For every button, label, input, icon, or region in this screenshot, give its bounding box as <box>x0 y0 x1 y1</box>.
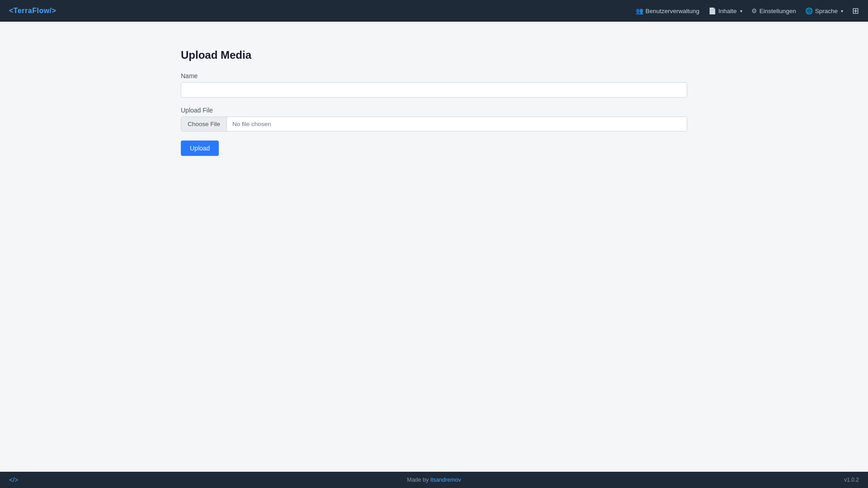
upload-button[interactable]: Upload <box>181 141 219 156</box>
footer-left: </> <box>9 476 18 483</box>
name-input[interactable] <box>181 82 687 98</box>
nav-item-benutzerverwaltung[interactable]: 👥 Benutzerverwaltung <box>636 7 699 14</box>
choose-file-button[interactable]: Choose File <box>181 117 227 131</box>
navbar: <TerraFlow/> 👥 Benutzerverwaltung 📄 Inha… <box>0 0 868 22</box>
page-title: Upload Media <box>181 49 687 61</box>
inhalte-dropdown-arrow: ▾ <box>740 9 742 14</box>
file-icon: 📄 <box>708 7 716 14</box>
upload-file-form-group: Upload File Choose File No file chosen <box>181 107 687 131</box>
name-label: Name <box>181 72 687 80</box>
name-form-group: Name <box>181 72 687 98</box>
nav-label-inhalte: Inhalte <box>718 8 737 14</box>
upload-file-label: Upload File <box>181 107 687 114</box>
nav-label-sprache: Sprache <box>815 8 838 14</box>
users-icon: 👥 <box>636 7 643 14</box>
nav-item-sprache[interactable]: 🌐 Sprache ▾ <box>805 7 843 14</box>
nav-item-inhalte[interactable]: 📄 Inhalte ▾ <box>708 7 742 14</box>
footer: </> Made by itsandremov v1.0.2 <box>0 472 868 488</box>
nav-label-benutzerverwaltung: Benutzerverwaltung <box>646 8 699 14</box>
footer-code-icon: </> <box>9 476 18 483</box>
sprache-dropdown-arrow: ▾ <box>841 9 843 14</box>
file-input-wrapper[interactable]: Choose File No file chosen <box>181 117 687 131</box>
footer-made-by-text: Made by <box>407 477 430 483</box>
brand-logo[interactable]: <TerraFlow/> <box>9 7 56 15</box>
layout-icon: ⊞ <box>852 6 859 16</box>
footer-author-link[interactable]: itsandremov <box>430 477 461 483</box>
nav-label-einstellungen: Einstellungen <box>760 8 796 14</box>
settings-icon: ⚙ <box>751 7 757 14</box>
footer-version: v1.0.2 <box>844 477 859 483</box>
nav-item-einstellungen[interactable]: ⚙ Einstellungen <box>751 7 796 14</box>
nav-menu: 👥 Benutzerverwaltung 📄 Inhalte ▾ ⚙ Einst… <box>636 6 859 16</box>
file-name-display: No file chosen <box>227 117 687 131</box>
main-content: Upload Media Name Upload File Choose Fil… <box>163 22 705 472</box>
globe-icon: 🌐 <box>805 7 813 14</box>
footer-center: Made by itsandremov <box>407 477 461 483</box>
nav-item-right-icon[interactable]: ⊞ <box>852 6 859 16</box>
upload-form: Name Upload File Choose File No file cho… <box>181 72 687 156</box>
